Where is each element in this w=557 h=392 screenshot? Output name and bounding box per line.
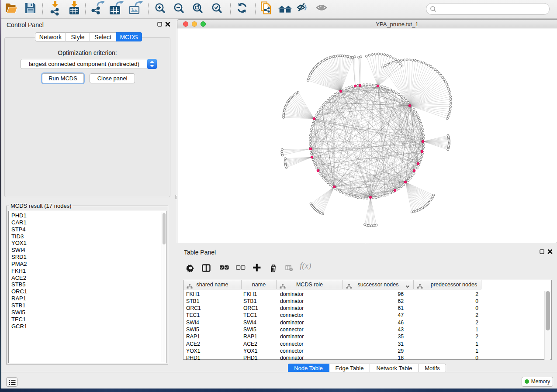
svg-text:f(x): f(x) <box>300 261 311 271</box>
